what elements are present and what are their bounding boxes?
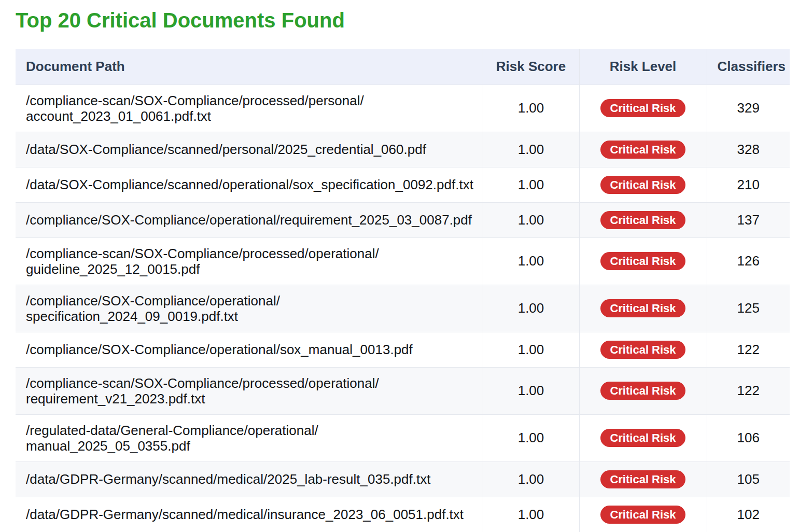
risk-score-cell: 1.00	[483, 202, 579, 237]
column-header-risk-level: Risk Level	[579, 49, 707, 85]
critical-risk-badge: Critical Risk	[600, 470, 685, 488]
critical-risk-badge: Critical Risk	[600, 299, 685, 317]
risk-level-cell: Critical Risk	[579, 461, 707, 497]
document-path-cell: /data/SOX-Compliance/scanned/personal/20…	[16, 132, 483, 167]
classifiers-cell: 102	[707, 497, 790, 532]
risk-score-cell: 1.00	[483, 85, 579, 132]
document-path-cell: /compliance/SOX-Compliance/operational/ …	[16, 285, 483, 332]
column-header-document-path: Document Path	[16, 49, 483, 85]
critical-risk-badge: Critical Risk	[600, 382, 685, 400]
risk-score-cell: 1.00	[483, 132, 579, 167]
risk-level-cell: Critical Risk	[579, 202, 707, 237]
document-path-cell: /data/GDPR-Germany/scanned/medical/2025_…	[16, 461, 483, 497]
critical-risk-badge: Critical Risk	[600, 141, 685, 159]
risk-level-cell: Critical Risk	[579, 167, 707, 202]
classifiers-cell: 329	[707, 85, 790, 132]
critical-risk-badge: Critical Risk	[600, 211, 685, 229]
critical-risk-badge: Critical Risk	[600, 252, 685, 270]
risk-level-cell: Critical Risk	[579, 237, 707, 285]
risk-score-cell: 1.00	[483, 497, 579, 532]
document-path-cell: /regulated-data/General-Compliance/opera…	[16, 414, 483, 461]
risk-level-cell: Critical Risk	[579, 85, 707, 132]
table-body: /compliance-scan/SOX-Compliance/processe…	[16, 85, 790, 532]
classifiers-cell: 125	[707, 285, 790, 332]
table-row: /data/SOX-Compliance/scanned/personal/20…	[16, 132, 790, 167]
risk-score-cell: 1.00	[483, 461, 579, 497]
table-row: /regulated-data/General-Compliance/opera…	[16, 414, 790, 461]
table-row: /data/SOX-Compliance/scanned/operational…	[16, 167, 790, 202]
table-row: /compliance/SOX-Compliance/operational/r…	[16, 202, 790, 237]
document-path-cell: /compliance-scan/SOX-Compliance/processe…	[16, 367, 483, 414]
critical-risk-badge: Critical Risk	[600, 506, 685, 524]
classifiers-cell: 126	[707, 237, 790, 285]
risk-level-cell: Critical Risk	[579, 132, 707, 167]
classifiers-cell: 210	[707, 167, 790, 202]
table-row: /compliance/SOX-Compliance/operational/s…	[16, 332, 790, 367]
document-path-cell: /compliance/SOX-Compliance/operational/s…	[16, 332, 483, 367]
risk-score-cell: 1.00	[483, 237, 579, 285]
document-path-cell: /compliance-scan/SOX-Compliance/processe…	[16, 85, 483, 132]
table-header: Document Path Risk Score Risk Level Clas…	[16, 49, 790, 85]
column-header-risk-score: Risk Score	[483, 49, 579, 85]
header-row: Document Path Risk Score Risk Level Clas…	[16, 49, 790, 85]
classifiers-cell: 137	[707, 202, 790, 237]
critical-risk-badge: Critical Risk	[600, 99, 685, 117]
page-title: Top 20 Critical Documents Found	[16, 8, 799, 32]
column-header-classifiers: Classifiers	[707, 49, 790, 85]
table-row: /data/GDPR-Germany/scanned/medical/2025_…	[16, 461, 790, 497]
critical-risk-badge: Critical Risk	[600, 176, 685, 194]
critical-risk-badge: Critical Risk	[600, 341, 685, 359]
risk-score-cell: 1.00	[483, 285, 579, 332]
document-path-cell: /compliance/SOX-Compliance/operational/r…	[16, 202, 483, 237]
classifiers-cell: 105	[707, 461, 790, 497]
risk-score-cell: 1.00	[483, 367, 579, 414]
table-row: /compliance-scan/SOX-Compliance/processe…	[16, 237, 790, 285]
table-row: /compliance-scan/SOX-Compliance/processe…	[16, 85, 790, 132]
classifiers-cell: 106	[707, 414, 790, 461]
risk-level-cell: Critical Risk	[579, 367, 707, 414]
critical-documents-table: Document Path Risk Score Risk Level Clas…	[16, 49, 790, 532]
table-row: /compliance-scan/SOX-Compliance/processe…	[16, 367, 790, 414]
document-path-cell: /data/SOX-Compliance/scanned/operational…	[16, 167, 483, 202]
table-row: /data/GDPR-Germany/scanned/medical/insur…	[16, 497, 790, 532]
risk-level-cell: Critical Risk	[579, 285, 707, 332]
document-path-cell: /data/GDPR-Germany/scanned/medical/insur…	[16, 497, 483, 532]
table-row: /compliance/SOX-Compliance/operational/ …	[16, 285, 790, 332]
risk-score-cell: 1.00	[483, 414, 579, 461]
risk-score-cell: 1.00	[483, 332, 579, 367]
risk-score-cell: 1.00	[483, 167, 579, 202]
classifiers-cell: 122	[707, 332, 790, 367]
classifiers-cell: 122	[707, 367, 790, 414]
classifiers-cell: 328	[707, 132, 790, 167]
risk-level-cell: Critical Risk	[579, 332, 707, 367]
risk-level-cell: Critical Risk	[579, 497, 707, 532]
risk-level-cell: Critical Risk	[579, 414, 707, 461]
critical-risk-badge: Critical Risk	[600, 429, 685, 447]
document-path-cell: /compliance-scan/SOX-Compliance/processe…	[16, 237, 483, 285]
